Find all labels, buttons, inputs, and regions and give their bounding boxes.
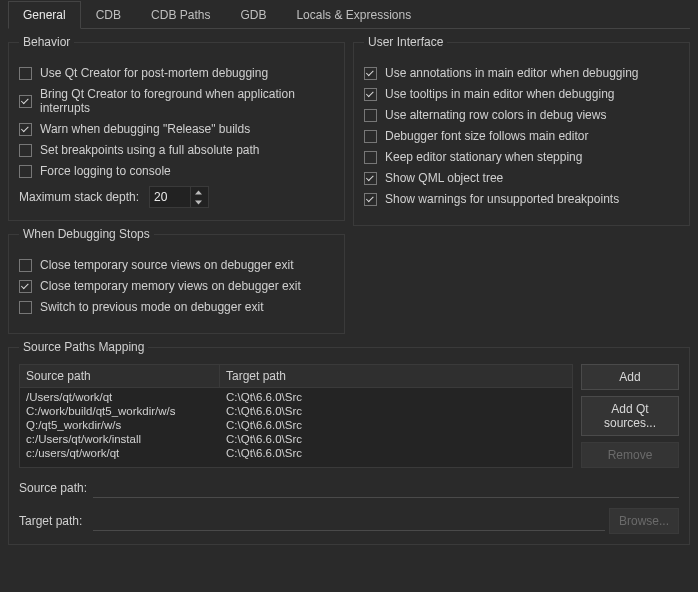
table-row[interactable]: Q:/qt5_workdir/w/sC:\Qt\6.6.0\Src (20, 418, 572, 432)
option-row: Keep editor stationary when stepping (364, 150, 679, 164)
checkbox[interactable] (19, 95, 32, 108)
when-stops-legend: When Debugging Stops (19, 227, 154, 241)
mapping-table[interactable]: Source path Target path /Users/qt/work/q… (19, 364, 573, 468)
cell-source-path: C:/work/build/qt5_workdir/w/s (20, 404, 220, 418)
mapping-table-header: Source path Target path (20, 365, 572, 388)
checkbox-label[interactable]: Use Qt Creator for post-mortem debugging (40, 66, 268, 80)
tab-cdb-paths[interactable]: CDB Paths (136, 1, 225, 29)
checkbox-label[interactable]: Set breakpoints using a full absolute pa… (40, 143, 259, 157)
cell-target-path: C:\Qt\6.6.0\Src (220, 446, 572, 460)
option-row: Show QML object tree (364, 171, 679, 185)
checkbox[interactable] (19, 123, 32, 136)
tab-general[interactable]: General (8, 1, 81, 29)
target-path-input[interactable] (93, 511, 605, 531)
cell-source-path: Q:/qt5_workdir/w/s (20, 418, 220, 432)
checkbox[interactable] (364, 130, 377, 143)
remove-button[interactable]: Remove (581, 442, 679, 468)
cell-target-path: C:\Qt\6.6.0\Src (220, 432, 572, 446)
option-row: Warn when debugging "Release" builds (19, 122, 334, 136)
option-row: Use annotations in main editor when debu… (364, 66, 679, 80)
option-row: Use tooltips in main editor when debuggi… (364, 87, 679, 101)
table-row[interactable]: /Users/qt/work/qtC:\Qt\6.6.0\Src (20, 390, 572, 404)
option-row: Set breakpoints using a full absolute pa… (19, 143, 334, 157)
cell-target-path: C:\Qt\6.6.0\Src (220, 418, 572, 432)
cell-source-path: c:/Users/qt/work/install (20, 432, 220, 446)
tab-cdb[interactable]: CDB (81, 1, 136, 29)
stack-depth-input[interactable] (150, 187, 190, 207)
checkbox[interactable] (364, 109, 377, 122)
cell-source-path: c:/users/qt/work/qt (20, 446, 220, 460)
add-button[interactable]: Add (581, 364, 679, 390)
stack-depth-label: Maximum stack depth: (19, 190, 139, 204)
checkbox-label[interactable]: Debugger font size follows main editor (385, 129, 588, 143)
cell-source-path: /Users/qt/work/qt (20, 390, 220, 404)
checkbox[interactable] (364, 172, 377, 185)
header-source-path[interactable]: Source path (20, 365, 220, 387)
checkbox-label[interactable]: Use alternating row colors in debug view… (385, 108, 606, 122)
option-row: Bring Qt Creator to foreground when appl… (19, 87, 334, 115)
option-row: Close temporary memory views on debugger… (19, 279, 334, 293)
checkbox-label[interactable]: Close temporary source views on debugger… (40, 258, 293, 272)
checkbox-label[interactable]: Force logging to console (40, 164, 171, 178)
option-row: Force logging to console (19, 164, 334, 178)
checkbox[interactable] (19, 144, 32, 157)
behavior-legend: Behavior (19, 35, 74, 49)
checkbox[interactable] (364, 88, 377, 101)
spin-down-icon[interactable] (191, 197, 206, 207)
checkbox-label[interactable]: Keep editor stationary when stepping (385, 150, 582, 164)
checkbox[interactable] (364, 193, 377, 206)
behavior-group: Behavior Use Qt Creator for post-mortem … (8, 35, 345, 221)
option-row: Use alternating row colors in debug view… (364, 108, 679, 122)
stack-depth-spinbox[interactable] (149, 186, 209, 208)
option-row: Close temporary source views on debugger… (19, 258, 334, 272)
checkbox[interactable] (364, 151, 377, 164)
checkbox-label[interactable]: Close temporary memory views on debugger… (40, 279, 301, 293)
option-row: Use Qt Creator for post-mortem debugging (19, 66, 334, 80)
table-row[interactable]: C:/work/build/qt5_workdir/w/sC:\Qt\6.6.0… (20, 404, 572, 418)
option-row: Show warnings for unsupported breakpoint… (364, 192, 679, 206)
checkbox-label[interactable]: Bring Qt Creator to foreground when appl… (40, 87, 334, 115)
source-path-input[interactable] (93, 478, 679, 498)
user-interface-legend: User Interface (364, 35, 447, 49)
checkbox-label[interactable]: Switch to previous mode on debugger exit (40, 300, 263, 314)
browse-button[interactable]: Browse... (609, 508, 679, 534)
checkbox[interactable] (19, 301, 32, 314)
source-path-label: Source path: (19, 481, 89, 495)
user-interface-group: User Interface Use annotations in main e… (353, 35, 690, 226)
checkbox[interactable] (19, 259, 32, 272)
table-row[interactable]: c:/Users/qt/work/installC:\Qt\6.6.0\Src (20, 432, 572, 446)
tabs: GeneralCDBCDB PathsGDBLocals & Expressio… (8, 0, 690, 29)
when-stops-group: When Debugging Stops Close temporary sou… (8, 227, 345, 334)
target-path-label: Target path: (19, 514, 89, 528)
checkbox-label[interactable]: Use tooltips in main editor when debuggi… (385, 87, 614, 101)
checkbox[interactable] (19, 67, 32, 80)
checkbox-label[interactable]: Show QML object tree (385, 171, 503, 185)
option-row: Debugger font size follows main editor (364, 129, 679, 143)
tab-locals-expressions[interactable]: Locals & Expressions (281, 1, 426, 29)
source-paths-mapping-legend: Source Paths Mapping (19, 340, 148, 354)
spin-up-icon[interactable] (191, 187, 206, 197)
header-target-path[interactable]: Target path (220, 365, 572, 387)
table-row[interactable]: c:/users/qt/work/qtC:\Qt\6.6.0\Src (20, 446, 572, 460)
checkbox[interactable] (19, 280, 32, 293)
checkbox[interactable] (364, 67, 377, 80)
checkbox-label[interactable]: Use annotations in main editor when debu… (385, 66, 639, 80)
add-qt-sources-button[interactable]: Add Qt sources... (581, 396, 679, 436)
tab-gdb[interactable]: GDB (225, 1, 281, 29)
source-paths-mapping-group: Source Paths Mapping Source path Target … (8, 340, 690, 545)
checkbox[interactable] (19, 165, 32, 178)
cell-target-path: C:\Qt\6.6.0\Src (220, 404, 572, 418)
checkbox-label[interactable]: Warn when debugging "Release" builds (40, 122, 250, 136)
option-row: Switch to previous mode on debugger exit (19, 300, 334, 314)
checkbox-label[interactable]: Show warnings for unsupported breakpoint… (385, 192, 619, 206)
cell-target-path: C:\Qt\6.6.0\Src (220, 390, 572, 404)
